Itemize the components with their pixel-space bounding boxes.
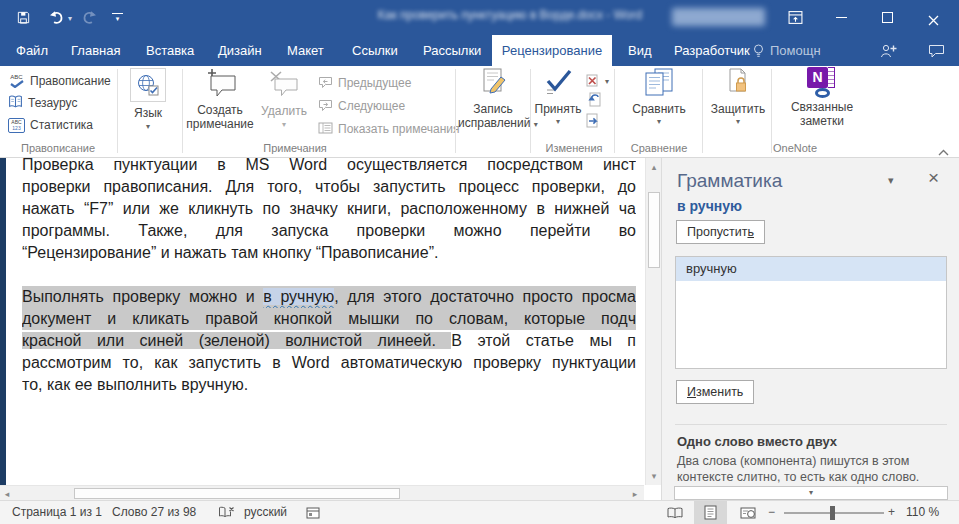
doc-line: то, как ее выполнить вручную.	[22, 374, 636, 396]
compare-button[interactable]: Сравнить ▾	[620, 68, 698, 126]
undo-icon[interactable]	[48, 10, 66, 29]
redo-icon	[80, 10, 98, 29]
thesaurus-button[interactable]: Тезаурус	[8, 92, 77, 114]
share-icon[interactable]	[880, 43, 898, 63]
doc-line: рассмотрим то, как запустить в Word авто…	[22, 352, 636, 374]
doc-line-selected: Выполнять проверку можно и в ручную, для…	[22, 286, 636, 308]
group-separator	[771, 69, 772, 153]
title-bar: ▾ ▾ Как проверить пунктуацию в Ворде.doc…	[0, 0, 959, 35]
ribbon-tabs: Файл Главная Вставка Дизайн Макет Ссылки…	[0, 35, 959, 66]
scroll-up-icon[interactable]: ▴	[646, 160, 662, 174]
reject-icon	[586, 74, 600, 90]
language-button[interactable]: Язык ▾	[122, 68, 174, 131]
onenote-group-label: OneNote	[748, 142, 842, 154]
zoom-slider-thumb[interactable]	[830, 506, 835, 520]
tab-file[interactable]: Файл	[16, 35, 48, 66]
tell-me-label[interactable]: Помощн	[770, 35, 821, 66]
pane-menu-caret-icon[interactable]: ▾	[888, 174, 894, 187]
horizontal-scrollbar[interactable]: ◂ ▸	[0, 485, 644, 500]
suggestions-listbox[interactable]: вручную	[675, 256, 947, 369]
track-changes-button[interactable]: Запись исправлений ▾	[458, 68, 528, 130]
compare-group-label: Сравнение	[612, 142, 706, 154]
qat-customize-icon[interactable]: ▾	[112, 13, 123, 23]
group-separator	[182, 69, 183, 153]
zoom-level[interactable]: 110 %	[906, 505, 939, 519]
ribbon-display-options-icon[interactable]	[788, 10, 803, 29]
proofing-group-label: Правописание	[10, 142, 106, 154]
previous-change-button[interactable]	[586, 92, 601, 111]
tab-review-active[interactable]: Рецензирование	[492, 35, 612, 66]
comments-group-label: Примечания	[240, 142, 350, 154]
comments-icon[interactable]	[928, 44, 945, 62]
group-separator	[530, 69, 531, 153]
web-layout-icon[interactable]	[740, 507, 756, 522]
accept-button[interactable]: Принять ▾	[534, 68, 582, 126]
word-count-indicator[interactable]: Слово 27 из 98	[112, 505, 196, 519]
language-icon	[130, 68, 166, 102]
tab-references[interactable]: Ссылки	[352, 35, 398, 66]
minimize-button[interactable]	[836, 17, 847, 18]
scroll-left-icon[interactable]: ◂	[0, 487, 14, 501]
undo-caret-icon[interactable]: ▾	[68, 15, 72, 23]
tab-insert[interactable]: Вставка	[146, 35, 194, 66]
grammar-error-phrase[interactable]: в ручную	[263, 288, 334, 305]
protect-button[interactable]: Защитить ▾	[706, 68, 770, 126]
linked-notes-button[interactable]: N Связанные заметки	[776, 66, 868, 128]
pane-divider	[675, 424, 947, 425]
spellcheck-icon: ABC	[8, 74, 25, 88]
doc-line: проверки правописания. Для того, чтобы з…	[22, 176, 636, 198]
page-indicator[interactable]: Страница 1 из 1	[12, 505, 102, 519]
spelling-button[interactable]: ABC Правописание	[8, 70, 111, 92]
show-comments-button: Показать примечания	[318, 118, 460, 140]
suggestion-item[interactable]: вручную	[676, 257, 946, 281]
scroll-down-icon[interactable]: ▾	[646, 469, 662, 483]
macro-record-icon[interactable]	[306, 507, 320, 522]
reject-caret-icon: ▾	[605, 78, 609, 86]
horizontal-scroll-thumb[interactable]	[74, 488, 400, 499]
changes-group-label: Изменения	[528, 142, 620, 154]
group-separator	[455, 69, 456, 153]
vertical-scrollbar[interactable]: ▴ ▾	[645, 158, 661, 485]
protect-caret-icon: ▾	[706, 118, 770, 126]
doc-line: “Рецензирование” и нажать там кнопку “Пр…	[22, 242, 636, 264]
tell-me-lightbulb-icon[interactable]	[752, 44, 765, 62]
reject-button[interactable]: ▾	[586, 71, 609, 93]
vertical-scroll-thumb[interactable]	[648, 192, 660, 268]
change-button[interactable]: Изменить	[676, 380, 754, 404]
zoom-in-button[interactable]: +	[888, 505, 895, 519]
language-caret-icon: ▾	[122, 123, 174, 131]
save-icon[interactable]	[16, 10, 31, 29]
word-count-icon: ABC123	[8, 118, 25, 133]
tab-home[interactable]: Главная	[71, 35, 120, 66]
document-canvas[interactable]: Проверка пунктуации в MS Word осуществля…	[0, 158, 645, 485]
account-name-blurred[interactable]	[672, 8, 765, 26]
ribbon: ABC Правописание Тезаурус ABC123 Статист…	[0, 66, 959, 158]
rule-more-dropdown[interactable]: ▾	[674, 486, 948, 500]
read-mode-icon[interactable]	[666, 507, 684, 522]
track-changes-icon	[458, 68, 528, 102]
compare-caret-icon: ▾	[620, 118, 698, 126]
tab-design[interactable]: Дизайн	[218, 35, 262, 66]
tab-view[interactable]: Вид	[628, 35, 652, 66]
tab-developer[interactable]: Разработчик	[674, 35, 750, 66]
tab-layout[interactable]: Макет	[287, 35, 324, 66]
zoom-out-button[interactable]: −	[768, 505, 775, 519]
next-change-button[interactable]	[586, 113, 601, 132]
scroll-right-icon[interactable]: ▸	[628, 487, 642, 501]
doc-line: Проверка пунктуации в MS Word осуществля…	[22, 158, 636, 176]
new-comment-button[interactable]: Создать примечание	[186, 68, 254, 131]
maximize-button[interactable]	[882, 12, 893, 23]
new-comment-icon	[186, 68, 254, 103]
close-button[interactable]	[928, 12, 939, 30]
print-layout-icon[interactable]	[704, 505, 717, 523]
pane-close-icon[interactable]: ×	[928, 167, 939, 189]
language-indicator[interactable]: русский	[244, 505, 287, 519]
word-count-button[interactable]: ABC123 Статистика	[8, 114, 93, 136]
doc-line: нажать “F7” или же кликнуть по значку кн…	[22, 198, 636, 220]
proofing-errors-icon[interactable]	[218, 506, 235, 522]
tab-mailings[interactable]: Рассылки	[423, 35, 481, 66]
ignore-button[interactable]: Пропустить	[676, 220, 765, 244]
group-separator	[614, 69, 615, 153]
compare-icon	[620, 68, 698, 102]
delete-comment-icon	[256, 70, 312, 101]
